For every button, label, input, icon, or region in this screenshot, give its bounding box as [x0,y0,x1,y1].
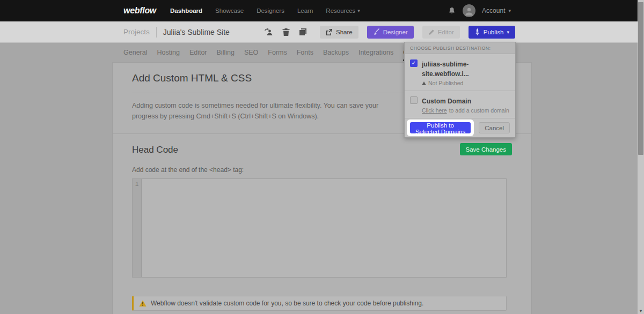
chevron-down-icon: ▾ [507,29,509,35]
breadcrumb-projects[interactable]: Projects [123,28,150,36]
not-published-icon [422,81,426,85]
publish-to-selected-domains-button[interactable]: Publish to Selected Domains [410,122,471,133]
share-button[interactable]: Share [320,26,358,39]
designer-button[interactable]: Designer [367,26,414,39]
head-code-label: Add code at the end of the <head> tag: [132,166,512,174]
custom-domain-checkbox[interactable] [410,96,418,104]
tab-seo[interactable]: SEO [244,49,258,61]
paintbrush-icon [373,28,380,35]
domain-status: Not Published [428,80,463,86]
custom-domain-row: Custom Domain Click here to add a custom… [405,91,515,118]
publish-button[interactable]: Publish ▾ [469,26,515,39]
editor-button-disabled[interactable]: Editor [422,26,460,39]
warning-banner: Webflow doesn't validate custom code for… [132,296,507,311]
tab-editor[interactable]: Editor [189,49,207,61]
editor-line-numbers: 1 [133,179,142,277]
tab-hosting[interactable]: Hosting [157,49,179,61]
notifications-bell-icon[interactable] [448,6,456,15]
top-nav-menu: Dashboard Showcase Designers Learn Resou… [170,8,360,14]
publish-destination-popover: CHOOSE PUBLISH DESTINATION: ✓ juliias-su… [404,42,516,138]
top-nav: webflow Dashboard Showcase Designers Lea… [0,0,644,21]
share-button-label: Share [336,29,353,35]
chevron-down-icon: ▾ [508,8,511,13]
nav-item-resources-label: Resources [326,8,355,14]
highlight-ring: Publish to Selected Domains [407,119,474,136]
divider [156,27,157,38]
webflow-domain-checkbox[interactable]: ✓ [410,59,418,67]
page-description: Adding custom code is sometimes needed f… [132,100,403,122]
popover-header: CHOOSE PUBLISH DESTINATION: [405,42,515,54]
top-nav-right: Account ▾ [448,0,511,21]
transfer-site-icon[interactable] [263,26,275,38]
editor-button-label: Editor [438,29,454,35]
site-title: Juliia's Sublime Site [163,28,230,36]
duplicate-site-icon[interactable] [297,26,309,38]
avatar[interactable] [463,4,475,17]
header-actions: Share Designer Editor Publish ▾ [263,26,515,39]
popover-footer: Publish to Selected Domains Cancel [405,118,515,137]
account-menu[interactable]: Account ▾ [482,7,511,14]
cancel-button[interactable]: Cancel [479,122,510,133]
custom-domain-sub-text: to add a custom domain [449,107,509,114]
tab-integrations[interactable]: Integrations [358,49,393,61]
tab-billing[interactable]: Billing [217,49,235,61]
save-changes-button[interactable]: Save Changes [460,143,512,155]
account-label: Account [482,7,505,14]
share-icon [326,28,333,35]
add-custom-domain-link[interactable]: Click here [422,107,447,114]
webflow-logo[interactable]: webflow [123,6,156,16]
warning-text: Webflow doesn't validate custom code for… [151,300,423,307]
tab-general[interactable]: General [123,49,147,61]
nav-item-dashboard[interactable]: Dashboard [170,8,202,14]
tab-forms[interactable]: Forms [268,49,287,61]
nav-item-showcase[interactable]: Showcase [215,8,244,14]
scrollbar-thumb[interactable] [638,2,643,155]
webflow-domain-row: ✓ juliias-sublime-site.webflow.i... Not … [405,54,515,91]
custom-domain-name: Custom Domain [422,98,471,105]
tab-fonts[interactable]: Fonts [297,49,313,61]
nav-item-learn[interactable]: Learn [297,8,313,14]
designer-button-label: Designer [383,29,408,35]
warning-triangle-icon [139,300,147,307]
editor-code-input[interactable] [142,179,506,277]
site-header-bar: Projects Juliia's Sublime Site Share Des… [0,21,638,43]
publish-button-label: Publish [484,29,504,35]
rocket-icon [474,28,480,35]
settings-tabs: General Hosting Editor Billing SEO Forms… [123,45,444,61]
pencil-icon [428,29,435,35]
webflow-site-settings-page: webflow Dashboard Showcase Designers Lea… [0,0,644,314]
scrollbar-down-arrow[interactable]: ▼ [638,309,644,313]
page-scrollbar[interactable]: ▼ [638,0,644,314]
delete-site-trash-icon[interactable] [280,26,292,38]
nav-item-designers[interactable]: Designers [257,8,284,14]
head-code-editor: 1 [132,178,507,278]
webflow-domain-name: juliias-sublime-site.webflow.i... [422,61,469,78]
head-code-title: Head Code [132,143,178,155]
chevron-down-icon: ▾ [357,8,360,13]
nav-item-resources[interactable]: Resources ▾ [326,8,360,14]
tab-backups[interactable]: Backups [323,49,349,61]
